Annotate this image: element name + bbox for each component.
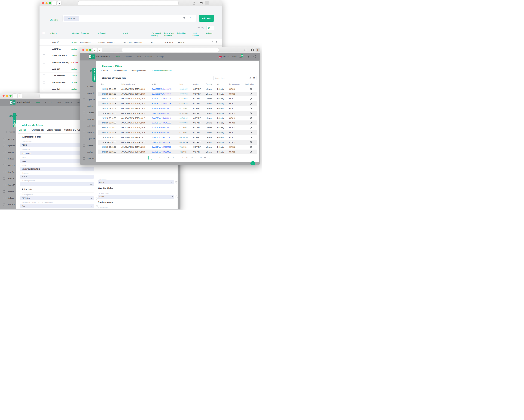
nav-tools[interactable]: Tools: [137, 56, 141, 58]
pagination-page[interactable]: 55: [204, 156, 207, 160]
nav-accounts[interactable]: Accounts: [124, 56, 132, 58]
vin-link[interactable]: 3VWG57BU0KM110617: [149, 127, 176, 129]
nav-tools[interactable]: Tools: [57, 101, 61, 103]
maximize-window-button[interactable]: [9, 95, 11, 97]
row-checkbox[interactable]: [43, 88, 45, 90]
close-window-button[interactable]: [2, 95, 5, 97]
forward-button[interactable]: ›: [18, 94, 22, 98]
pagination-prev[interactable]: ‹: [145, 156, 147, 159]
column-header[interactable]: Purchased cars qty: [149, 31, 162, 37]
pagination-page[interactable]: 10: [190, 156, 193, 160]
row-checkbox[interactable]: [43, 81, 45, 84]
pagination-page[interactable]: 7: [176, 156, 179, 160]
filter-button[interactable]: Filter: [63, 16, 79, 21]
tab-statistics-of-viewed-lots[interactable]: Statistics of viewed lots: [152, 70, 172, 72]
tab-purchased-lots[interactable]: Purchased lots: [114, 70, 127, 72]
column-header[interactable]: Last activity: [191, 31, 204, 37]
vin-link[interactable]: 3VWG57BU0KM110617: [149, 108, 176, 109]
clear-search-icon[interactable]: ✕: [190, 17, 192, 19]
pagination-page[interactable]: 6: [172, 156, 175, 160]
user-profile-icon[interactable]: [247, 55, 250, 58]
toggle-password-visibility-icon[interactable]: [90, 183, 93, 186]
column-header[interactable]: Offices: [204, 31, 222, 34]
share-icon[interactable]: [192, 1, 196, 5]
row-checkbox[interactable]: [43, 68, 45, 70]
vin-link[interactable]: 3VWDB7AJ1HM222242: [149, 137, 176, 138]
vin-link[interactable]: 3VWDB7AJ1HM222242: [149, 117, 176, 119]
search-input[interactable]: [215, 77, 246, 80]
help-icon[interactable]: ?: [175, 181, 178, 183]
tab-betting-statistics[interactable]: Betting statistics: [131, 70, 146, 72]
clear-search-icon[interactable]: ✕: [253, 77, 255, 79]
share-icon[interactable]: [244, 48, 247, 51]
pagination-page[interactable]: 54: [199, 156, 202, 160]
price-list-select[interactable]: OPT-Kiev: [20, 197, 94, 200]
minimize-window-button[interactable]: [45, 2, 48, 4]
live-bid-status-select[interactable]: Active: [98, 195, 174, 199]
email-field[interactable]: email@auctiongate.io: [20, 167, 94, 171]
view-by-select[interactable]: 10: [206, 26, 214, 30]
column-header[interactable]: ▾Users: [48, 31, 70, 34]
copy-tabs-icon[interactable]: [200, 1, 203, 5]
vin-link[interactable]: 3VWDB7AJ6JM224459: [149, 151, 176, 153]
nav-statistics[interactable]: Statistics: [64, 101, 72, 103]
search-icon[interactable]: [183, 17, 186, 20]
pagination-page[interactable]: 9: [185, 156, 189, 160]
vin-link[interactable]: 3VWDB7AJ4JM240093: [149, 98, 176, 100]
maximize-window-button[interactable]: [89, 49, 91, 51]
profile-vertical-tab[interactable]: › Aleksandr Bikov: [13, 113, 16, 128]
pagination-next[interactable]: ›: [208, 156, 210, 159]
row-checkbox[interactable]: [43, 54, 45, 57]
forward-button[interactable]: ›: [57, 1, 61, 5]
tab-general[interactable]: General: [101, 70, 108, 72]
column-header[interactable]: Price Lists: [175, 31, 191, 34]
table-row[interactable]: Agent T Active No employee agent@auction…: [40, 39, 222, 46]
profile-vertical-tab[interactable]: Aleksandr Bikov: [92, 68, 96, 82]
pagination-page[interactable]: ...: [194, 156, 198, 160]
help-icon[interactable]: ?: [253, 55, 256, 58]
vin-link[interactable]: 3VWDB7AJ6JM224459: [149, 146, 176, 148]
column-header[interactable]: Employee: [78, 31, 96, 34]
pagination-page[interactable]: 5: [167, 156, 170, 160]
calculator-block-select[interactable]: Yes: [20, 204, 94, 208]
confirm-password-field[interactable]: •••••••••: [20, 182, 94, 186]
vin-link[interactable]: 3VWG57BU0KM110617: [149, 112, 176, 114]
close-window-button[interactable]: [82, 49, 84, 51]
nav-users[interactable]: Users: [35, 101, 40, 103]
delete-icon[interactable]: [215, 41, 218, 43]
scroll-to-top-button[interactable]: ↑: [251, 161, 255, 165]
new-tab-button[interactable]: +: [205, 1, 209, 5]
vin-link[interactable]: 3VWG57BU0KM110617: [149, 132, 176, 134]
password-field[interactable]: •••••••••: [20, 175, 94, 179]
back-button[interactable]: ‹: [52, 1, 56, 5]
tab-purchased-lots[interactable]: Purchased lots: [31, 129, 44, 131]
help-icon[interactable]: ?: [95, 205, 98, 207]
add-user-button[interactable]: Add user: [199, 15, 214, 22]
row-checkbox[interactable]: [43, 61, 45, 63]
minimize-window-button[interactable]: [6, 95, 8, 97]
forward-button[interactable]: ›: [97, 48, 102, 52]
select-all-checkbox[interactable]: [43, 32, 45, 34]
tab-betting-statistics[interactable]: Betting statistics: [47, 129, 61, 131]
close-window-button[interactable]: [42, 2, 44, 4]
balance-value[interactable]: $180: [232, 55, 236, 57]
language-label[interactable]: EN: [223, 55, 226, 57]
search-icon[interactable]: [249, 77, 252, 79]
vin-link[interactable]: 3VWC57BU1KM068375: [149, 88, 176, 90]
pagination-page[interactable]: 3: [158, 156, 161, 160]
prebid-status-select[interactable]: Active: [98, 180, 174, 184]
help-icon[interactable]: ?: [175, 195, 178, 198]
column-header[interactable]: ⇅Status: [70, 31, 78, 34]
nav-statistics[interactable]: Statistics: [145, 56, 152, 58]
pagination-page[interactable]: 8: [181, 156, 184, 160]
uk-flag-icon[interactable]: [219, 56, 222, 59]
pagination-page[interactable]: 1: [148, 156, 152, 160]
column-header[interactable]: Date of last purchase: [162, 31, 175, 37]
vin-link[interactable]: 3VWDB7AJ4JM240093: [149, 103, 176, 104]
search-bar[interactable]: Filter ✕: [62, 15, 196, 22]
vin-link[interactable]: 3VWDB7AJ1HM222242: [149, 141, 176, 143]
nav-settings[interactable]: Settings: [157, 56, 164, 58]
pagination-page[interactable]: 2: [153, 156, 157, 160]
vin-link[interactable]: 3VWC57BU1KM068375: [149, 93, 176, 95]
tab-general[interactable]: General: [19, 129, 26, 131]
